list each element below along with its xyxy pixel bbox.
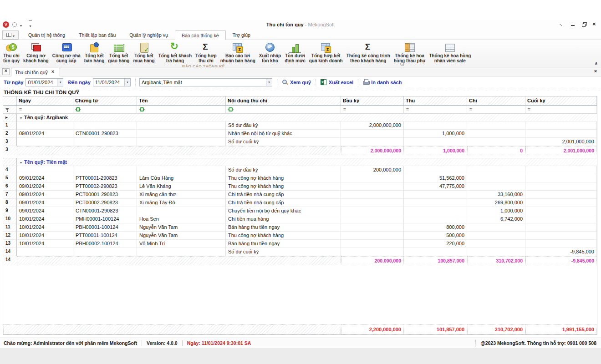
ribbon-tab[interactable]: Báo cáo thống kê (175, 30, 226, 40)
table-row[interactable]: 3 Số dư cuối kỳ 2,001,000,000 (3, 138, 597, 146)
cell-cuoiky (525, 174, 597, 182)
ribbon-button[interactable]: Xuất nhập tồn kho (257, 41, 283, 63)
group-row[interactable]: ▸ Tên quỹ: Argibank (3, 113, 597, 121)
quick-access-button-icon[interactable] (12, 22, 17, 27)
ribbon-button[interactable]: Tổng hợp kết quả kinh doanh (307, 41, 345, 63)
cell-noidung: Chi trả tiền nhà cung cấp (226, 199, 341, 207)
table-row[interactable]: 13 10/01/2024 PBH00002-100124 Võ Minh Tr… (3, 240, 597, 248)
cell-chi (467, 138, 525, 146)
filter-cell-ten[interactable] (137, 106, 226, 113)
ribbon-button[interactable]: Tồn dưới định mức (283, 41, 307, 63)
column-header-ngay[interactable]: Ngày (17, 96, 73, 105)
ribbon-button[interactable]: Thống kê hoa hồng nhân viên sale (427, 41, 473, 63)
column-header-ten[interactable]: Tên (137, 96, 226, 105)
ribbon-tab[interactable]: Trợ giúp (226, 30, 257, 40)
toolbar-customize-icon[interactable] (29, 20, 32, 29)
ribbon-collapse-icon[interactable] (595, 61, 598, 66)
dropdown-icon[interactable] (57, 79, 63, 86)
dropdown-icon[interactable] (266, 79, 272, 86)
status-separator (142, 340, 142, 346)
group-row[interactable]: Tên quỹ: Tiền mặt (3, 158, 597, 166)
ribbon-button[interactable]: Tổng hợp thu chi (194, 41, 219, 63)
close-document-icon[interactable] (2, 68, 10, 75)
column-header-cuoiky[interactable]: Cuối kỳ (525, 96, 597, 105)
tab-close-icon[interactable] (51, 70, 56, 75)
filter-cell-chungtu[interactable] (73, 106, 137, 113)
app-logo-icon[interactable]: V (3, 21, 9, 28)
filter-cell-cuoiky[interactable]: = (525, 106, 597, 113)
ribbon-tab[interactable]: Quản lý nghiệp vụ (122, 30, 175, 40)
status-date: Ngày: 11/01/2024 9:30:01 SA (187, 340, 251, 346)
close-icon[interactable] (592, 22, 597, 27)
quick-access-dropdown-icon[interactable] (20, 20, 22, 29)
ribbon-button[interactable]: Công nợ nhà cung cấp (51, 41, 82, 63)
from-date-value: 01/01/2024 (26, 80, 57, 85)
table-row[interactable]: 2 09/01/2024 CTN00001-290823 Nhận tiền n… (3, 130, 597, 138)
column-header-thu[interactable]: Thu (404, 96, 467, 105)
ribbon-button-icon (320, 41, 332, 53)
ribbon-button[interactable]: Tổng kết khách trả hàng (157, 41, 194, 63)
filter-cell-dauky[interactable]: = (341, 106, 404, 113)
to-date-input[interactable]: 11/01/2024 (93, 78, 131, 86)
close-tab-right-icon[interactable] (593, 69, 598, 75)
from-date-input[interactable]: 01/01/2024 (25, 78, 63, 86)
row-indicator: 12 (3, 232, 17, 240)
cell-dauky (341, 232, 404, 240)
cell-thu (404, 199, 467, 207)
table-row[interactable]: 5 09/01/2024 PTT00001-290823 Lâm Cửa Hàn… (3, 174, 597, 182)
ribbon-button[interactable]: Tổng kết giao hàng (106, 41, 131, 63)
toolbar-action-button[interactable]: Xuất excel (316, 79, 358, 85)
ribbon-button[interactable]: Công nợ khách hàng (21, 41, 51, 63)
cell-cuoiky (525, 191, 597, 199)
document-tab[interactable]: Thu chi tồn quỹ (11, 68, 60, 76)
column-header-noidung[interactable]: Nội dung thu chi (226, 96, 341, 105)
filter-cell-noidung[interactable] (226, 106, 341, 113)
cell-dauky (341, 130, 404, 138)
cell-dauky (341, 248, 404, 256)
ribbon-button[interactable]: Tổng kết bán hàng (82, 41, 106, 63)
table-row[interactable]: 8 09/01/2024 PCT00002-290823 Xi măng Tây… (3, 199, 597, 207)
ribbon-tab[interactable]: Thiết lập ban đầu (72, 30, 122, 40)
ribbon-button[interactable]: Thu chi tồn quỹ (1, 41, 21, 63)
cell-thu: 47,775,000 (404, 182, 467, 191)
toolbar-action-button[interactable]: Xem quỹ (277, 79, 316, 85)
table-row[interactable]: 4 Số dư đầu kỳ 200,000,000 (3, 166, 597, 174)
ribbon-app-button[interactable] (2, 30, 19, 40)
cell-ngay: 09/01/2024 (17, 130, 73, 138)
ribbon-tab-label: Trợ giúp (233, 32, 250, 38)
ribbon-tab[interactable]: Quản trị hệ thống (21, 30, 72, 40)
cell-ngay: 09/01/2024 (17, 199, 73, 207)
collapse-caret-icon[interactable] (20, 159, 22, 165)
minimize-icon[interactable] (570, 22, 576, 27)
fullscreen-icon[interactable] (559, 22, 565, 27)
filter-cell-thu[interactable]: = (404, 106, 467, 113)
dropdown-icon[interactable] (124, 79, 130, 86)
table-row[interactable]: 7 09/01/2024 PCT00001-290823 Xi măng cần… (3, 191, 597, 199)
table-row[interactable]: 12 10/01/2024 PTT00001-100124 Nguyễn Văn… (3, 232, 597, 240)
table-row[interactable]: 6 09/01/2024 PTT00002-290823 Lê Văn Khán… (3, 182, 597, 191)
ribbon-button[interactable]: Báo cáo lợi nhuận bán hàng (219, 41, 257, 63)
action-icon (321, 79, 326, 85)
table-row[interactable]: 14 Số dư cuối kỳ -9,845,000 (3, 248, 597, 256)
toolbar-action-button[interactable]: In danh sách (358, 79, 406, 85)
filter-cell-chi[interactable]: = (467, 106, 525, 113)
table-row[interactable]: 9 09/01/2024 CTN00001-290823 Chuyển tiền… (3, 207, 597, 215)
cell-chungtu: PTT00001-290823 (73, 174, 137, 182)
column-header-chungtu[interactable]: Chứng từ (73, 96, 137, 105)
table-row[interactable]: 10 10/01/2024 PMH00001-100124 Hoa Sen Ch… (3, 215, 597, 223)
table-row[interactable]: 1 Số dư đầu kỳ 2,000,000,000 (3, 121, 597, 130)
group-dialog-launcher-icon[interactable] (400, 62, 404, 66)
restore-icon[interactable] (581, 22, 586, 27)
collapse-caret-icon[interactable] (20, 115, 22, 120)
ribbon-button[interactable]: Thống kê hoa hồng thầu phụ (392, 41, 427, 63)
ribbon-button-icon (61, 41, 72, 53)
table-row[interactable]: 11 10/01/2024 PBH00001-100124 Nguyễn Văn… (3, 223, 597, 232)
column-header-chi[interactable]: Chi (467, 96, 525, 105)
ribbon-button[interactable]: Thống kê công trình theo khách hàng (345, 41, 392, 63)
fund-select[interactable]: Argibank,Tiền mặt (139, 78, 272, 86)
contains-filter-icon (229, 107, 233, 111)
ribbon-button[interactable]: Tổng kết mua hàng (131, 41, 156, 63)
cell-noidung: Số dư đầu kỳ (226, 166, 341, 174)
filter-cell-ngay[interactable]: = (17, 106, 73, 113)
column-header-dauky[interactable]: Đầu kỳ (341, 96, 404, 105)
